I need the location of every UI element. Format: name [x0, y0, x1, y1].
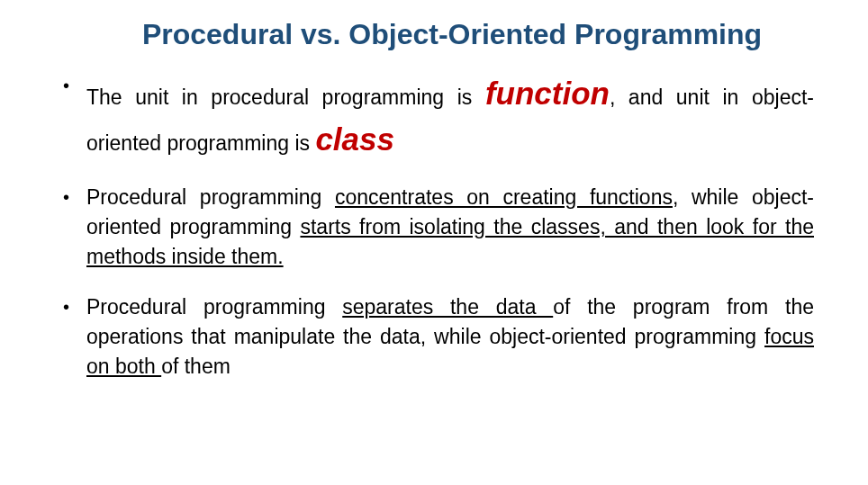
text-run: Procedural programming — [86, 295, 342, 319]
text-run: of them — [161, 355, 231, 378]
text-run: The unit in procedural programming is — [86, 85, 485, 109]
list-item: Procedural programming separates the dat… — [54, 292, 814, 382]
list-item: Procedural programming concentrates on c… — [54, 183, 814, 273]
text-run: Procedural programming — [86, 185, 335, 209]
slide: Procedural vs. Object-Oriented Programmi… — [0, 0, 868, 485]
emphasis-function: function — [485, 76, 610, 111]
list-item: The unit in procedural programming is fu… — [54, 71, 814, 163]
emphasis-class: class — [315, 121, 394, 157]
underline-run: separates the data — [342, 295, 553, 319]
bullet-list: The unit in procedural programming is fu… — [54, 71, 814, 382]
underline-run: concentrates on creating functions — [335, 185, 673, 209]
slide-title: Procedural vs. Object-Oriented Programmi… — [54, 18, 814, 51]
